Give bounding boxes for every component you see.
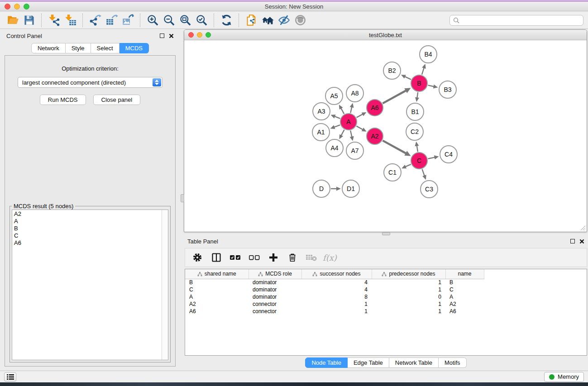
run-mcds-button[interactable]: Run MCDS bbox=[40, 95, 86, 105]
deselect-all-button[interactable] bbox=[247, 250, 262, 265]
import-table-button[interactable] bbox=[62, 13, 78, 28]
graph-node-B3[interactable]: B3 bbox=[439, 81, 457, 99]
resize-grip[interactable] bbox=[580, 225, 586, 231]
graph-node-C1[interactable]: C1 bbox=[383, 163, 402, 181]
tab-style[interactable]: Style bbox=[66, 43, 91, 53]
import-network-button[interactable] bbox=[46, 13, 62, 28]
mcds-result-list[interactable]: A2 A B C A6 bbox=[12, 210, 168, 360]
graph-node-A1[interactable]: A1 bbox=[312, 123, 330, 141]
task-history-button[interactable] bbox=[4, 372, 16, 381]
delete-row-button[interactable] bbox=[285, 250, 300, 265]
table-row[interactable]: A2connector11A2 bbox=[185, 300, 484, 308]
zoom-selected-button[interactable] bbox=[193, 13, 210, 28]
tab-select[interactable]: Select bbox=[91, 43, 120, 53]
graph-node-C3[interactable]: C3 bbox=[420, 180, 438, 198]
node-table-container[interactable]: shared name MCDS role successor nodes pr… bbox=[185, 269, 587, 356]
graph-node-B[interactable]: B bbox=[411, 75, 428, 92]
zoom-fit-button[interactable] bbox=[177, 13, 193, 28]
list-item[interactable]: C bbox=[14, 232, 166, 239]
clone-network-button[interactable] bbox=[243, 13, 259, 28]
graph-edge-B-B1[interactable] bbox=[417, 92, 418, 99]
graph-edge-A-A5[interactable] bbox=[341, 108, 344, 114]
graph-edge-A-A8[interactable] bbox=[350, 106, 352, 113]
tab-edge-table[interactable]: Edge Table bbox=[348, 357, 389, 368]
export-network-button[interactable] bbox=[87, 13, 103, 28]
graph-node-A5[interactable]: A5 bbox=[325, 87, 343, 105]
graph-node-D1[interactable]: D1 bbox=[342, 180, 360, 198]
column-header-predecessor-nodes[interactable]: predecessor nodes bbox=[372, 269, 445, 279]
float-table-panel-button[interactable] bbox=[570, 239, 575, 243]
graph-node-D[interactable]: D bbox=[312, 180, 330, 198]
zoom-out-button[interactable] bbox=[161, 13, 177, 28]
graph-node-B4[interactable]: B4 bbox=[419, 45, 437, 63]
graph-node-A[interactable]: A bbox=[340, 113, 357, 130]
graph-node-A2[interactable]: A2 bbox=[366, 128, 383, 145]
graph-edge-A-A1[interactable] bbox=[334, 125, 340, 127]
select-all-button[interactable] bbox=[228, 250, 243, 265]
column-header-successor-nodes[interactable]: successor nodes bbox=[301, 269, 372, 279]
column-selector-button[interactable] bbox=[209, 250, 224, 265]
graph-node-A4[interactable]: A4 bbox=[325, 139, 344, 157]
close-table-panel-button[interactable] bbox=[579, 239, 584, 244]
graph-node-C2[interactable]: C2 bbox=[406, 123, 424, 141]
tab-mcds[interactable]: MCDS bbox=[120, 43, 149, 53]
hide-graphics-details-button[interactable] bbox=[276, 13, 292, 28]
refresh-layout-button[interactable] bbox=[218, 13, 234, 28]
graph-node-A7[interactable]: A7 bbox=[346, 142, 364, 160]
home-layout-button[interactable] bbox=[259, 13, 276, 28]
export-image-button[interactable] bbox=[120, 13, 136, 28]
list-item[interactable]: A bbox=[14, 218, 166, 225]
table-row[interactable]: A6connector11A6 bbox=[185, 308, 484, 315]
graph-edge-B-B3[interactable] bbox=[428, 85, 435, 86]
graph-node-C[interactable]: C bbox=[411, 152, 428, 169]
graph-edge-B-B2[interactable] bbox=[404, 76, 411, 80]
graph-edge-A-A4[interactable] bbox=[341, 130, 344, 136]
table-row[interactable]: Adominator80A bbox=[185, 293, 484, 300]
column-header-mcds-role[interactable]: MCDS role bbox=[249, 269, 301, 279]
scrollbar[interactable] bbox=[162, 210, 168, 360]
graph-edge-A-A2[interactable] bbox=[357, 126, 363, 130]
list-item[interactable]: B bbox=[14, 225, 166, 232]
tab-network[interactable]: Network bbox=[31, 43, 66, 53]
table-row[interactable]: Bdominator41B bbox=[185, 279, 484, 286]
save-session-button[interactable] bbox=[21, 13, 37, 28]
search-field[interactable] bbox=[449, 15, 583, 26]
splitter-handle-horizontal[interactable] bbox=[382, 232, 390, 235]
tab-network-table[interactable]: Network Table bbox=[389, 357, 439, 368]
open-session-button[interactable] bbox=[5, 13, 21, 28]
graph-edge-A-A6[interactable] bbox=[357, 114, 363, 118]
graph-node-A3[interactable]: A3 bbox=[312, 102, 330, 120]
graph-edge-C-C1[interactable] bbox=[405, 164, 411, 167]
zoom-in-button[interactable] bbox=[144, 13, 161, 28]
column-header-name[interactable]: name bbox=[445, 269, 484, 279]
network-canvas[interactable]: B4B2BB3A5A8A6B1A3AC2A1A2A4A7C4CC1C3DD1 bbox=[184, 40, 586, 230]
graph-edge-C-C3[interactable] bbox=[422, 169, 425, 176]
close-panel-action-button[interactable]: Close panel bbox=[93, 95, 141, 105]
splitter-handle-vertical[interactable] bbox=[181, 194, 184, 202]
show-graphics-details-button[interactable] bbox=[292, 13, 308, 28]
table-settings-button[interactable] bbox=[190, 250, 205, 265]
graph-node-A6[interactable]: A6 bbox=[366, 99, 383, 116]
graph-edge-B-B4[interactable] bbox=[422, 67, 424, 75]
graph-edge-A6-B[interactable] bbox=[383, 90, 406, 103]
graph-node-C4[interactable]: C4 bbox=[440, 145, 458, 163]
graph-node-B1[interactable]: B1 bbox=[406, 103, 424, 121]
graph-node-A8[interactable]: A8 bbox=[346, 84, 364, 102]
memory-button[interactable]: Memory bbox=[544, 372, 584, 382]
graph-edge-C-C4[interactable] bbox=[428, 157, 435, 158]
graph-node-B2[interactable]: B2 bbox=[383, 62, 401, 80]
optimization-criterion-select[interactable]: largest connected component (directed) bbox=[18, 77, 163, 88]
tab-motifs[interactable]: Motifs bbox=[439, 357, 467, 368]
graph-edge-A2-C[interactable] bbox=[383, 141, 406, 154]
close-panel-button[interactable] bbox=[169, 33, 174, 38]
list-item[interactable]: A2 bbox=[14, 210, 166, 218]
search-input[interactable] bbox=[462, 17, 580, 24]
graph-edge-A-A3[interactable] bbox=[334, 116, 340, 119]
network-window-titlebar[interactable]: testGlobe.txt bbox=[184, 30, 587, 40]
column-header-shared-name[interactable]: shared name bbox=[185, 269, 249, 279]
table-row[interactable]: Cdominator41C bbox=[185, 286, 484, 293]
export-table-button[interactable] bbox=[103, 13, 120, 28]
float-panel-button[interactable] bbox=[160, 33, 164, 38]
graph-edge-C-C2[interactable] bbox=[417, 145, 418, 152]
graph-edge-A-A7[interactable] bbox=[350, 131, 352, 138]
